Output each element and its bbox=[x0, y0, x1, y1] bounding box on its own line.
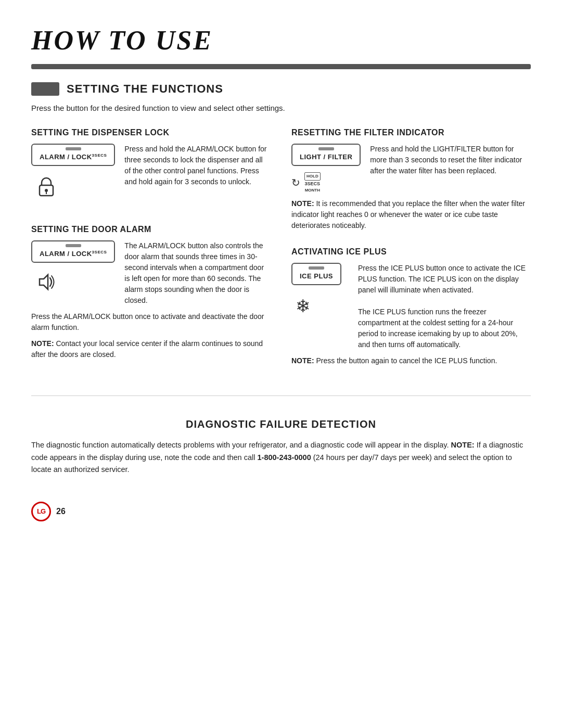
filter-indicator-section: RESETTING THE FILTER INDICATOR LIGHT / F… bbox=[291, 126, 531, 231]
page-footer: LG 26 bbox=[31, 502, 531, 521]
svg-point-1 bbox=[45, 189, 48, 192]
door-alarm-text: The ALARM/LOCK button also controls the … bbox=[124, 240, 271, 306]
indicator-dot bbox=[66, 147, 81, 150]
dispenser-lock-content: ALARM / LOCK3SECS bbox=[31, 144, 271, 209]
filter-icon-area: LIGHT / FILTER ↻ HOLD 3SECS MONTH bbox=[291, 144, 361, 193]
ice-plus-note: NOTE: Press the button again to cancel t… bbox=[291, 355, 531, 366]
ice-plus-left: ICE PLUS ❄ bbox=[291, 263, 349, 319]
setting-functions-section: SETTING THE FUNCTIONS Press the button f… bbox=[31, 81, 531, 381]
ice-plus-title: ACTIVATING ICE PLUS bbox=[291, 246, 531, 258]
dispenser-lock-title: SETTING THE DISPENSER LOCK bbox=[31, 126, 271, 138]
lock-icon bbox=[36, 175, 56, 197]
ice-plus-text2: The ICE PLUS function runs the freezer c… bbox=[358, 306, 531, 350]
door-alarm-left: ALARM / LOCK3SECS bbox=[31, 240, 115, 303]
filter-sub-text: HOLD 3SECS MONTH bbox=[304, 172, 321, 193]
diagnostic-text: The diagnostic function automatically de… bbox=[31, 439, 531, 476]
section-heading-row: SETTING THE FUNCTIONS bbox=[31, 81, 531, 97]
indicator-dot3 bbox=[318, 147, 334, 150]
indicator-dot2 bbox=[66, 244, 81, 247]
section-heading-bar bbox=[31, 82, 59, 96]
filter-indicator-note: NOTE: It is recommended that you replace… bbox=[291, 198, 531, 231]
section-intro: Press the button for the desired functio… bbox=[31, 103, 427, 114]
ice-plus-text: Press the ICE PLUS button once to activa… bbox=[358, 263, 531, 350]
ice-plus-button: ICE PLUS bbox=[291, 263, 341, 285]
col-right: RESETTING THE FILTER INDICATOR LIGHT / F… bbox=[291, 126, 531, 381]
alarm-lock2-label: ALARM / LOCK bbox=[40, 250, 92, 258]
door-alarm-content: ALARM / LOCK3SECS bbox=[31, 240, 271, 306]
svg-marker-3 bbox=[40, 275, 48, 289]
ice-plus-text1: Press the ICE PLUS button once to activa… bbox=[358, 263, 531, 296]
speaker-icon-area bbox=[36, 272, 57, 298]
door-alarm-section: SETTING THE DOOR ALARM ALARM / LOCK3SECS bbox=[31, 223, 271, 360]
alarm-lock-button-wrapper: ALARM / LOCK3SECS bbox=[31, 144, 115, 166]
lg-logo: LG bbox=[31, 502, 51, 521]
alarm-lock-sub: 3SECS bbox=[92, 153, 107, 158]
section-heading: SETTING THE FUNCTIONS bbox=[67, 81, 223, 97]
light-filter-button: LIGHT / FILTER bbox=[291, 144, 361, 166]
indicator-dot4 bbox=[309, 266, 324, 270]
alarm-lock-label: ALARM / LOCK bbox=[40, 154, 92, 161]
ice-plus-button-wrapper: ICE PLUS bbox=[291, 263, 341, 285]
page-title: HOW TO USE bbox=[31, 21, 531, 60]
ice-plus-section: ACTIVATING ICE PLUS ICE PLUS ❄ Press the… bbox=[291, 246, 531, 366]
door-alarm-title: SETTING THE DOOR ALARM bbox=[31, 223, 271, 235]
filter-indicator-left: LIGHT / FILTER ↻ HOLD 3SECS MONTH bbox=[291, 144, 361, 193]
light-filter-label: LIGHT / FILTER bbox=[300, 153, 352, 161]
door-alarm-note: NOTE: Contact your local service center … bbox=[31, 338, 271, 360]
filter-arrow-icon: ↻ bbox=[291, 175, 300, 190]
dispenser-lock-section: SETTING THE DISPENSER LOCK ALARM / LOCK3… bbox=[31, 126, 271, 209]
diagnostic-section: DIAGNOSTIC FAILURE DETECTION The diagnos… bbox=[31, 417, 531, 476]
alarm-lock-button: ALARM / LOCK3SECS bbox=[31, 144, 115, 166]
dispenser-lock-left: ALARM / LOCK3SECS bbox=[31, 144, 115, 209]
dispenser-lock-text: Press and hold the ALARM/LOCK button for… bbox=[124, 144, 271, 187]
page-number: 26 bbox=[56, 505, 66, 517]
ice-plus-label: ICE PLUS bbox=[300, 272, 333, 280]
alarm-lock2-sub: 3SECS bbox=[92, 250, 107, 254]
alarm-lock-button2: ALARM / LOCK3SECS bbox=[31, 240, 115, 263]
filter-indicator-text: Press and hold the LIGHT/FILTER button f… bbox=[370, 144, 531, 176]
page-header: HOW TO USE bbox=[31, 21, 531, 69]
two-col-layout: SETTING THE DISPENSER LOCK ALARM / LOCK3… bbox=[31, 126, 531, 381]
alarm-lock-button2-wrapper: ALARM / LOCK3SECS bbox=[31, 240, 115, 263]
ice-plus-content: ICE PLUS ❄ Press the ICE PLUS button onc… bbox=[291, 263, 531, 350]
snowflake-icon: ❄ bbox=[296, 293, 310, 319]
door-alarm-extra: Press the ALARM/LOCK button once to acti… bbox=[31, 311, 271, 333]
lock-icon-area bbox=[36, 175, 56, 203]
header-bar bbox=[31, 64, 531, 69]
speaker-icon bbox=[36, 272, 57, 292]
filter-indicator-content: LIGHT / FILTER ↻ HOLD 3SECS MONTH bbox=[291, 144, 531, 193]
filter-sub-icon: ↻ HOLD 3SECS MONTH bbox=[291, 172, 321, 193]
col-left: SETTING THE DISPENSER LOCK ALARM / LOCK3… bbox=[31, 126, 271, 381]
filter-indicator-title: RESETTING THE FILTER INDICATOR bbox=[291, 126, 531, 138]
diagnostic-title: DIAGNOSTIC FAILURE DETECTION bbox=[31, 417, 531, 432]
section-divider bbox=[31, 395, 531, 396]
